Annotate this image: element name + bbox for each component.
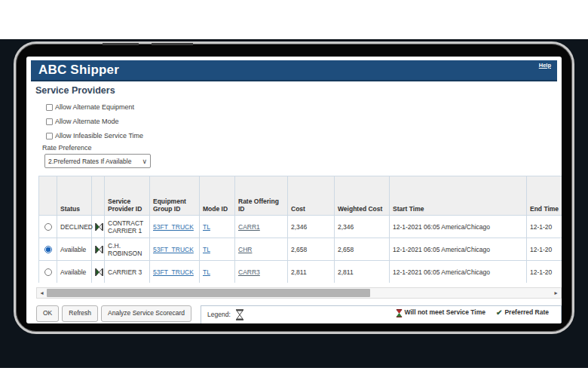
legend-item-label: Preferred Rate <box>504 308 549 316</box>
app-screen: ABC Shipper Help Service Providers Allow… <box>26 57 562 323</box>
tablet-top-mark <box>103 43 139 45</box>
flag-column-header <box>92 176 105 216</box>
chevron-down-icon: ∨ <box>142 158 147 165</box>
column-header-start-time: Start Time <box>390 176 527 216</box>
hourglass-icon <box>95 222 103 231</box>
service-providers-table-wrap: Status Service Provider ID Equipment Gro… <box>38 176 562 283</box>
red-hourglass-icon <box>396 309 403 317</box>
rate-preference-label: Rate Preference <box>42 144 92 152</box>
hourglass-icon <box>235 309 244 320</box>
ok-button[interactable]: OK <box>36 305 59 322</box>
row-radio-selected[interactable] <box>44 246 52 253</box>
hourglass-icon <box>95 245 103 254</box>
refresh-button[interactable]: Refresh <box>62 305 98 322</box>
column-header-status: Status <box>57 176 92 216</box>
start-time-cell: 12-1-2021 06:05 America/Chicago <box>390 216 527 238</box>
status-cell: Available <box>57 238 92 261</box>
column-header-mode-id: Mode ID <box>200 176 235 216</box>
column-header-end-time: End Time <box>527 176 562 216</box>
service-provider-cell: CARRIER 3 <box>105 261 150 284</box>
status-cell: DECLINED <box>57 216 92 238</box>
allow-infeasible-service-time-checkbox[interactable] <box>46 133 53 139</box>
checkbox-label: Allow Infeasible Service Time <box>55 132 143 139</box>
flag-cell <box>92 216 105 238</box>
column-header-equipment-group-id: Equipment Group ID <box>150 176 200 216</box>
mode-link[interactable]: TL <box>203 246 210 253</box>
table-row: Available C.H. ROBINSON 53FT_TRUCK TL CH… <box>39 238 562 261</box>
flag-cell <box>92 261 105 284</box>
analyze-service-scorecard-button[interactable]: Analyze Service Scorecard <box>101 305 191 322</box>
allow-alternate-mode-checkbox[interactable] <box>46 118 53 125</box>
mode-cell: TL <box>200 216 235 238</box>
rate-preference-value: 2.Preferred Rates If Available <box>48 158 140 165</box>
equipment-group-link[interactable]: 53FT_TRUCK <box>153 223 194 231</box>
app-title: ABC Shipper <box>38 63 119 78</box>
rate-offering-cell: CARR1 <box>235 216 288 238</box>
allow-alternate-equipment-option: Allow Alternate Equipment <box>46 103 134 112</box>
cost-cell: 2,811 <box>288 261 335 284</box>
legend-items: Will not meet Service Time ✔ Preferred R… <box>385 308 549 317</box>
checkbox-label: Allow Alternate Mode <box>55 118 119 125</box>
rate-offering-cell: CHR <box>235 238 288 261</box>
status-cell: Available <box>57 261 92 284</box>
flag-cell <box>92 238 105 261</box>
row-radio[interactable] <box>44 268 52 276</box>
column-header-rate-offering-id: Rate Offering ID <box>235 176 288 216</box>
equipment-group-cell: 53FT_TRUCK <box>150 238 200 261</box>
service-provider-cell: CONTRACT CARRIER 1 <box>105 216 150 238</box>
app-titlebar: ABC Shipper Help <box>31 60 557 81</box>
weighted-cost-cell: 2,346 <box>335 216 390 238</box>
rate-offering-link[interactable]: CHR <box>238 246 252 253</box>
end-time-cell: 12-1-20 <box>527 216 562 238</box>
service-providers-table: Status Service Provider ID Equipment Gro… <box>38 176 562 283</box>
service-provider-cell: C.H. ROBINSON <box>105 238 150 261</box>
scroll-left-icon[interactable]: ◂ <box>37 288 47 298</box>
allow-alternate-equipment-checkbox[interactable] <box>46 104 53 111</box>
checkmark-icon: ✔ <box>496 308 502 317</box>
mode-link[interactable]: TL <box>203 268 210 276</box>
radio-column-header <box>39 176 57 216</box>
horizontal-scrollbar[interactable]: ◂ ▸ <box>36 287 562 299</box>
scrollbar-thumb[interactable] <box>47 289 370 297</box>
rate-offering-link[interactable]: CARR1 <box>238 223 260 231</box>
mode-link[interactable]: TL <box>203 223 210 231</box>
equipment-group-cell: 53FT_TRUCK <box>150 216 200 238</box>
rate-offering-link[interactable]: CARR3 <box>238 268 260 276</box>
tablet-frame: ABC Shipper Help Service Providers Allow… <box>14 41 574 334</box>
row-radio[interactable] <box>44 223 52 231</box>
column-header-service-provider-id: Service Provider ID <box>105 176 150 216</box>
footer-actions: OK Refresh Analyze Service Scorecard Leg… <box>36 305 562 323</box>
equipment-group-cell: 53FT_TRUCK <box>150 261 200 284</box>
mode-cell: TL <box>200 261 235 284</box>
end-time-cell: 12-1-20 <box>527 238 562 261</box>
allow-alternate-mode-option: Allow Alternate Mode <box>46 117 119 126</box>
rate-offering-cell: CARR3 <box>235 261 288 284</box>
legend-item-will-not-meet-service-time: Will not meet Service Time <box>396 308 485 317</box>
equipment-group-link[interactable]: 53FT_TRUCK <box>153 268 194 276</box>
radio-cell <box>39 261 57 284</box>
start-time-cell: 12-1-2021 06:05 America/Chicago <box>390 261 527 284</box>
column-header-weighted-cost: Weighted Cost <box>335 176 390 216</box>
tablet-top-mark <box>152 43 193 45</box>
equipment-group-link[interactable]: 53FT_TRUCK <box>153 246 194 253</box>
legend-box: Legend: Will not mee <box>201 305 562 323</box>
legend-item-preferred-rate: ✔ Preferred Rate <box>496 308 549 317</box>
radio-cell <box>39 238 57 261</box>
mode-cell: TL <box>200 238 235 261</box>
legend-item-label: Will not meet Service Time <box>405 308 485 316</box>
table-header-row: Status Service Provider ID Equipment Gro… <box>39 176 562 216</box>
cost-cell: 2,346 <box>288 216 335 238</box>
legend-label: Legend: <box>207 311 231 318</box>
end-time-cell: 12-1-20 <box>527 261 562 284</box>
weighted-cost-cell: 2,811 <box>335 261 390 284</box>
page-title: Service Providers <box>35 85 115 96</box>
column-header-cost: Cost <box>288 176 335 216</box>
cost-cell: 2,658 <box>288 238 335 261</box>
weighted-cost-cell: 2,658 <box>335 238 390 261</box>
rate-preference-select[interactable]: 2.Preferred Rates If Available ∨ <box>44 154 151 168</box>
scroll-right-icon[interactable]: ▸ <box>551 288 561 298</box>
help-link[interactable]: Help <box>539 62 551 69</box>
allow-infeasible-service-time-option: Allow Infeasible Service Time <box>46 131 143 140</box>
checkbox-label: Allow Alternate Equipment <box>55 103 134 111</box>
hourglass-icon <box>95 268 103 277</box>
